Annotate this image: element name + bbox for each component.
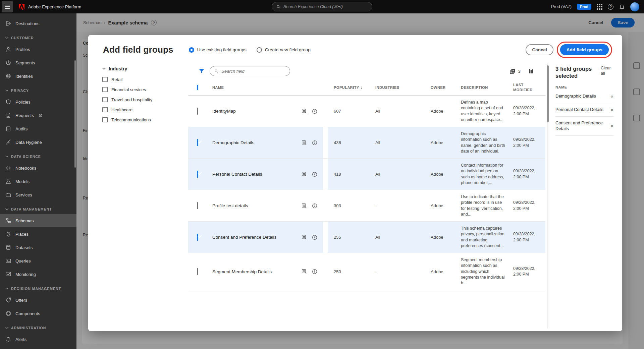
global-search[interactable]	[272, 2, 372, 11]
sidebar-item[interactable]: Offers	[0, 293, 76, 307]
sidebar-item-label: Queries	[15, 258, 31, 264]
table-row[interactable]: Demographic Details 436 All Adobe	[188, 127, 545, 159]
remove-icon[interactable]: ×	[610, 123, 613, 128]
sidebar-item[interactable]: Segments	[0, 56, 76, 69]
sidebar-section-label: ADMINISTRATION	[11, 326, 46, 330]
sidebar-item[interactable]: Destinations	[0, 17, 76, 30]
info-icon[interactable]	[312, 269, 318, 275]
sidebar-section-header[interactable]: ADMINISTRATION	[0, 320, 76, 333]
sidebar-item[interactable]: Components	[0, 307, 76, 320]
preview-icon[interactable]	[301, 203, 307, 209]
industry-filter-option[interactable]: Telecommunications	[102, 117, 188, 122]
row-checkbox[interactable]	[197, 139, 198, 146]
sidebar-item[interactable]: Queries	[0, 254, 76, 268]
field-search-input[interactable]	[221, 69, 286, 74]
column-header-popularity[interactable]: POPULARITY↓	[328, 85, 369, 90]
row-checkbox[interactable]	[197, 171, 198, 178]
dialog-cancel-button[interactable]: Cancel	[526, 44, 553, 55]
add-field-groups-button[interactable]: Add field groups	[560, 44, 609, 55]
sidebar-item[interactable]: Monitoring	[0, 268, 76, 281]
field-search[interactable]	[210, 66, 290, 76]
frozen-column-gap	[323, 159, 328, 190]
global-search-input[interactable]	[283, 4, 368, 9]
column-header-industries[interactable]: INDUSTRIES	[369, 85, 424, 90]
table-row[interactable]: Personal Contact Details 418 All Adobe	[188, 159, 545, 190]
remove-icon[interactable]: ×	[610, 107, 613, 112]
clear-all-button[interactable]: Clear all	[601, 65, 613, 76]
industry-filter-option[interactable]: Financial services	[102, 87, 188, 92]
sidebar-item[interactable]: Notebooks	[0, 161, 76, 175]
remove-icon[interactable]: ×	[610, 94, 613, 99]
sidebar-item-label: Places	[15, 232, 29, 237]
app-switcher-icon[interactable]	[597, 4, 602, 10]
checkbox[interactable]	[102, 77, 108, 82]
radio-unselected-icon[interactable]	[257, 47, 262, 53]
preview-icon[interactable]	[301, 140, 307, 146]
sidebar-section-header[interactable]: PRIVACY	[0, 83, 76, 95]
menu-button[interactable]	[2, 1, 13, 12]
sidebar-item[interactable]: Alerts	[0, 333, 76, 346]
preview-icon[interactable]	[301, 108, 307, 114]
user-avatar[interactable]	[630, 2, 639, 11]
info-icon[interactable]	[312, 140, 318, 146]
checkbox[interactable]	[102, 97, 108, 102]
sidebar-item[interactable]: Requests	[0, 109, 76, 122]
industry-filter-option[interactable]: Retail	[102, 77, 188, 82]
notifications-bell-icon[interactable]	[619, 4, 625, 10]
preview-icon[interactable]	[301, 269, 307, 275]
sidebar-section-header[interactable]: CUSTOMER	[0, 30, 76, 43]
table-row[interactable]: Segment Membership Details 250 - Adobe	[188, 253, 545, 290]
select-all-checkbox[interactable]	[197, 85, 198, 90]
industry-filter-option[interactable]: Travel and hospitality	[102, 97, 188, 102]
help-icon[interactable]: ?	[608, 4, 613, 10]
info-icon[interactable]	[312, 108, 318, 114]
checkbox[interactable]	[102, 107, 108, 112]
row-checkbox[interactable]	[197, 234, 198, 241]
sidebar-item[interactable]: Audits	[0, 122, 76, 135]
table-row[interactable]: Profile test details 303 - Adobe	[188, 190, 545, 222]
info-icon[interactable]	[312, 171, 318, 177]
preview-icon[interactable]	[301, 171, 307, 177]
info-icon[interactable]	[312, 234, 318, 240]
industry-filter-option[interactable]: Healthcare	[102, 107, 188, 112]
sidebar-item[interactable]: Services	[0, 188, 76, 201]
radio-use-existing-field-groups[interactable]: Use existing field groups	[189, 47, 247, 53]
adobe-logo-icon[interactable]	[18, 4, 25, 10]
sidebar-section-header[interactable]: DATA MANAGEMENT	[0, 201, 76, 214]
selected-items-icon	[509, 68, 516, 74]
industry-filter-group-header[interactable]: Industry	[102, 66, 188, 71]
row-checkbox[interactable]	[197, 202, 198, 209]
sidebar-item[interactable]: Datasets	[0, 241, 76, 254]
info-icon[interactable]	[312, 203, 318, 209]
show-selected-toggle[interactable]: 3	[509, 68, 521, 74]
sidebar-item[interactable]: Profiles	[0, 43, 76, 56]
sidebar-item[interactable]: Models	[0, 175, 76, 188]
radio-selected-icon[interactable]	[189, 47, 194, 53]
table-row[interactable]: IdentityMap 607 All Adobe	[188, 96, 545, 127]
column-header-last-modified[interactable]: LAST MODIFIED	[507, 82, 545, 93]
radio-create-new-field-group[interactable]: Create new field group	[257, 47, 311, 53]
table-row[interactable]: Consent and Preference Details 255 All	[188, 222, 545, 253]
row-checkbox[interactable]	[197, 268, 198, 275]
sidebar-item[interactable]: Places	[0, 227, 76, 241]
checkbox[interactable]	[102, 87, 108, 92]
filter-funnel-icon[interactable]	[198, 68, 205, 74]
checkbox[interactable]	[102, 117, 108, 122]
column-header-name[interactable]: NAME	[208, 85, 323, 90]
column-header-description[interactable]: DESCRIPTION	[454, 85, 507, 90]
scrollbar-thumb[interactable]	[547, 65, 549, 122]
cell-last-modified: 09/28/2022, 2:00 PM	[507, 137, 545, 149]
sidebar-item[interactable]: Identities	[0, 69, 76, 83]
sidebar-item[interactable]: Schemas	[0, 214, 76, 227]
sidebar-section-header[interactable]: DATA SCIENCE	[0, 149, 76, 161]
column-settings-icon[interactable]	[528, 68, 534, 74]
environment-badge[interactable]: Prod	[577, 4, 591, 10]
row-checkbox[interactable]	[197, 108, 198, 115]
preview-icon[interactable]	[301, 234, 307, 240]
sidebar-item[interactable]: Policies	[0, 95, 76, 109]
column-header-owner[interactable]: OWNER	[424, 85, 454, 90]
sidebar-scrollbar[interactable]	[74, 60, 76, 168]
sidebar-item[interactable]: Data Hygiene	[0, 135, 76, 149]
sidebar-item[interactable]: Sandboxes	[0, 346, 76, 349]
sidebar-section-header[interactable]: DECISION MANAGEMENT	[0, 281, 76, 293]
